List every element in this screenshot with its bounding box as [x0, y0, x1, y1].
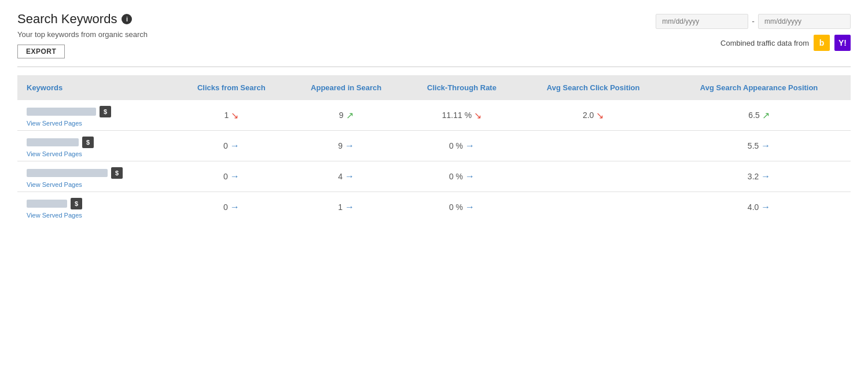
arrow-right-icon: →	[465, 202, 475, 212]
avg-appear-cell: 3.2→	[667, 161, 851, 192]
appeared-number: 1	[338, 202, 343, 212]
clicks-cell: 0→	[175, 131, 288, 161]
arrow-down-icon: ↘	[474, 110, 481, 121]
avg-appear-value: 3.2→	[748, 171, 770, 182]
clicks-number: 1	[224, 111, 229, 120]
dollar-badge[interactable]: $	[71, 198, 82, 209]
arrow-right-icon: →	[465, 171, 475, 182]
table-header-row: Keywords Clicks from Search Appeared in …	[17, 75, 851, 100]
arrow-right-icon: →	[465, 141, 475, 151]
arrow-right-icon: →	[230, 202, 240, 212]
clicks-number: 0	[223, 172, 228, 181]
ctr-value: 0 %→	[449, 141, 475, 151]
avg-appear-cell: 6.5↗	[667, 100, 851, 131]
table-row: $ View Served Pages 0→1→0 %→4.0→	[17, 192, 851, 223]
right-section: - Combined traffic data from b Y!	[656, 12, 851, 51]
traffic-label: Combined traffic data from	[720, 39, 809, 47]
arrow-up-icon: ↗	[346, 110, 354, 121]
table-row: $ View Served Pages 0→9→0 %→5.5→	[17, 131, 851, 161]
arrow-down-icon: ↘	[596, 110, 604, 121]
ctr-number: 0 %	[449, 172, 463, 181]
arrow-right-icon: →	[761, 141, 770, 151]
keyword-blurred-text	[27, 108, 96, 116]
avg-appear-value: 5.5→	[748, 141, 770, 151]
export-button[interactable]: EXPORT	[17, 45, 65, 58]
keyword-cell: $ View Served Pages	[17, 192, 175, 223]
date-from-input[interactable]	[656, 14, 748, 29]
date-separator: -	[752, 17, 755, 26]
date-range-section: -	[656, 14, 851, 29]
avg-click-value: 2.0↘	[583, 110, 604, 121]
ctr-cell: 0 %→	[404, 192, 519, 223]
keyword-name-row: $	[27, 167, 169, 179]
arrow-right-icon: →	[345, 202, 354, 212]
ctr-cell: 0 %→	[404, 131, 519, 161]
view-served-pages-link[interactable]: View Served Pages	[27, 150, 169, 157]
arrow-right-icon: →	[345, 171, 354, 182]
arrow-right-icon: →	[761, 202, 770, 212]
header-keywords: Keywords	[17, 75, 175, 100]
keyword-name-row: $	[27, 137, 169, 148]
dollar-badge[interactable]: $	[100, 106, 111, 117]
keyword-name-row: $	[27, 106, 169, 117]
dollar-badge[interactable]: $	[82, 137, 94, 148]
arrow-right-icon: →	[230, 171, 240, 182]
view-served-pages-link[interactable]: View Served Pages	[27, 212, 169, 219]
info-icon[interactable]: i	[122, 14, 132, 24]
appeared-number: 9	[338, 141, 343, 150]
avg-click-cell	[519, 161, 667, 192]
ctr-number: 0 %	[449, 141, 463, 150]
clicks-cell: 1↘	[175, 100, 288, 131]
clicks-value: 1↘	[224, 110, 238, 121]
keyword-blurred-text	[27, 169, 108, 177]
clicks-cell: 0→	[175, 192, 288, 223]
ctr-number: 0 %	[449, 202, 463, 212]
appeared-cell: 9↗	[288, 100, 404, 131]
avg-appear-number: 5.5	[748, 141, 759, 150]
subtitle: Your top keywords from organic search	[17, 30, 656, 39]
table-header: Keywords Clicks from Search Appeared in …	[17, 75, 851, 100]
arrow-right-icon: →	[345, 141, 354, 151]
clicks-value: 0→	[223, 202, 240, 212]
avg-appear-value: 4.0→	[748, 202, 770, 212]
ctr-value: 0 %→	[449, 171, 475, 182]
date-to-input[interactable]	[758, 14, 851, 29]
header-avg-click: Avg Search Click Position	[519, 75, 667, 100]
avg-click-number: 2.0	[583, 111, 594, 120]
clicks-number: 0	[223, 202, 228, 212]
traffic-section: Combined traffic data from b Y!	[720, 35, 851, 51]
clicks-number: 0	[223, 141, 228, 150]
page-title: Search Keywords i	[17, 12, 656, 27]
arrow-right-icon: →	[230, 141, 240, 151]
avg-appear-cell: 5.5→	[667, 131, 851, 161]
ctr-number: 11.11 %	[442, 111, 472, 120]
appeared-cell: 9→	[288, 131, 404, 161]
avg-appear-value: 6.5↗	[748, 110, 769, 121]
appeared-cell: 4→	[288, 161, 404, 192]
avg-appear-cell: 4.0→	[667, 192, 851, 223]
appeared-cell: 1→	[288, 192, 404, 223]
avg-click-cell	[519, 131, 667, 161]
table-row: $ View Served Pages 1↘9↗11.11 %↘2.0↘6.5↗	[17, 100, 851, 131]
dollar-badge[interactable]: $	[111, 167, 123, 179]
header-ctr: Click-Through Rate	[404, 75, 519, 100]
avg-appear-number: 3.2	[748, 172, 759, 181]
view-served-pages-link[interactable]: View Served Pages	[27, 181, 169, 188]
keyword-blurred-text	[27, 200, 67, 208]
clicks-cell: 0→	[175, 161, 288, 192]
keyword-blurred-text	[27, 138, 79, 146]
table-body: $ View Served Pages 1↘9↗11.11 %↘2.0↘6.5↗…	[17, 100, 851, 222]
page-title-text: Search Keywords	[17, 12, 117, 27]
avg-appear-number: 6.5	[748, 111, 759, 120]
view-served-pages-link[interactable]: View Served Pages	[27, 120, 169, 127]
ctr-value: 11.11 %↘	[442, 110, 481, 121]
keyword-cell: $ View Served Pages	[17, 100, 175, 131]
appeared-number: 9	[339, 111, 344, 120]
avg-click-cell: 2.0↘	[519, 100, 667, 131]
keywords-table: Keywords Clicks from Search Appeared in …	[17, 75, 851, 222]
appeared-value: 1→	[338, 202, 354, 212]
appeared-value: 9→	[338, 141, 354, 151]
keyword-name-row: $	[27, 198, 169, 209]
table-row: $ View Served Pages 0→4→0 %→3.2→	[17, 161, 851, 192]
divider	[17, 67, 851, 67]
